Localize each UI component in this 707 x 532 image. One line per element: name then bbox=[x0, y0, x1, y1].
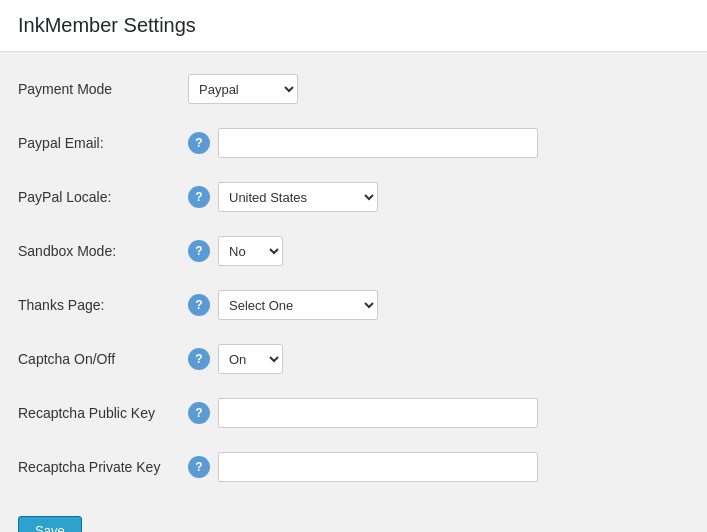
settings-form: Payment Mode Paypal Stripe Manual Paypal… bbox=[0, 52, 707, 532]
sandbox-mode-label: Sandbox Mode: bbox=[18, 243, 188, 259]
recaptcha-public-help-icon[interactable]: ? bbox=[188, 402, 210, 424]
paypal-locale-select[interactable]: United States United Kingdom Canada Aust… bbox=[218, 182, 378, 212]
recaptcha-private-help-icon[interactable]: ? bbox=[188, 456, 210, 478]
paypal-locale-row: PayPal Locale: ? United States United Ki… bbox=[18, 170, 689, 224]
paypal-email-label: Paypal Email: bbox=[18, 135, 188, 151]
sandbox-mode-select[interactable]: No Yes bbox=[218, 236, 283, 266]
recaptcha-public-field-wrapper: ? bbox=[188, 398, 538, 428]
paypal-email-row: Paypal Email: ? bbox=[18, 116, 689, 170]
save-button[interactable]: Save bbox=[18, 516, 82, 532]
captcha-select[interactable]: On Off bbox=[218, 344, 283, 374]
payment-mode-row: Payment Mode Paypal Stripe Manual bbox=[18, 62, 689, 116]
save-row: Save bbox=[18, 494, 689, 532]
paypal-locale-help-icon[interactable]: ? bbox=[188, 186, 210, 208]
recaptcha-private-row: Recaptcha Private Key ? bbox=[18, 440, 689, 494]
sandbox-mode-row: Sandbox Mode: ? No Yes bbox=[18, 224, 689, 278]
thanks-page-select[interactable]: Select One Home About Contact bbox=[218, 290, 378, 320]
thanks-page-label: Thanks Page: bbox=[18, 297, 188, 313]
thanks-page-help-icon[interactable]: ? bbox=[188, 294, 210, 316]
captcha-help-icon[interactable]: ? bbox=[188, 348, 210, 370]
thanks-page-field-wrapper: ? Select One Home About Contact bbox=[188, 290, 378, 320]
payment-mode-label: Payment Mode bbox=[18, 81, 188, 97]
recaptcha-private-field-wrapper: ? bbox=[188, 452, 538, 482]
sandbox-mode-help-icon[interactable]: ? bbox=[188, 240, 210, 262]
captcha-row: Captcha On/Off ? On Off bbox=[18, 332, 689, 386]
recaptcha-private-input[interactable] bbox=[218, 452, 538, 482]
captcha-field-wrapper: ? On Off bbox=[188, 344, 283, 374]
page-title: InkMember Settings bbox=[18, 14, 689, 37]
paypal-email-field-wrapper: ? bbox=[188, 128, 538, 158]
recaptcha-public-input[interactable] bbox=[218, 398, 538, 428]
page-container: InkMember Settings Payment Mode Paypal S… bbox=[0, 0, 707, 532]
paypal-locale-field-wrapper: ? United States United Kingdom Canada Au… bbox=[188, 182, 378, 212]
payment-mode-select[interactable]: Paypal Stripe Manual bbox=[188, 74, 298, 104]
captcha-label: Captcha On/Off bbox=[18, 351, 188, 367]
paypal-email-help-icon[interactable]: ? bbox=[188, 132, 210, 154]
page-title-bar: InkMember Settings bbox=[0, 0, 707, 52]
paypal-email-input[interactable] bbox=[218, 128, 538, 158]
thanks-page-row: Thanks Page: ? Select One Home About Con… bbox=[18, 278, 689, 332]
recaptcha-public-row: Recaptcha Public Key ? bbox=[18, 386, 689, 440]
recaptcha-private-label: Recaptcha Private Key bbox=[18, 459, 188, 475]
paypal-locale-label: PayPal Locale: bbox=[18, 189, 188, 205]
recaptcha-public-label: Recaptcha Public Key bbox=[18, 405, 188, 421]
sandbox-mode-field-wrapper: ? No Yes bbox=[188, 236, 283, 266]
payment-mode-field-wrapper: Paypal Stripe Manual bbox=[188, 74, 298, 104]
